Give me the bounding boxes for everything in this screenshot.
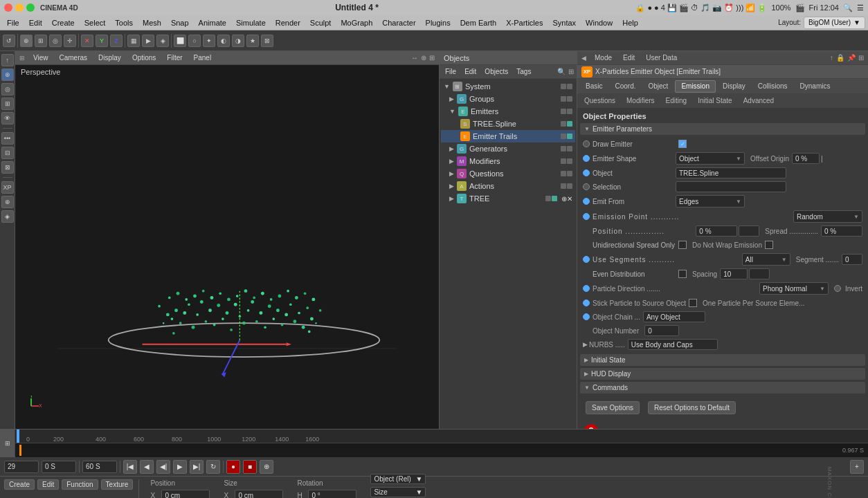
even-dist-check[interactable] [678,270,687,278]
minimize-button[interactable] [15,3,24,12]
tool-x[interactable]: ✕ [81,35,93,47]
hud-display-section[interactable]: ▶ HUD Display [580,368,865,380]
tool-render-view[interactable]: ▶ [142,35,154,47]
object-chain-value[interactable]: Any Object [643,311,705,322]
obj-tags[interactable]: Tags [514,67,534,76]
object-radio[interactable] [583,169,590,176]
segment-value[interactable]: 0 [842,254,862,265]
nurbs-value[interactable]: Use Body and Caps [628,339,718,350]
list-item[interactable]: ▼ ⊞ System [441,80,575,93]
emission-point-radio[interactable] [583,213,590,220]
draw-emitter-radio[interactable] [583,140,590,147]
vp-tab-view[interactable]: View [30,53,51,62]
emit-from-radio[interactable] [583,198,590,205]
lt-points[interactable]: ••• [1,132,14,145]
close-button[interactable] [4,3,12,12]
list-item[interactable]: ▶ T TREE ⊕✕ [441,192,575,205]
go-end-button[interactable]: ▶| [190,460,204,474]
obj-objects[interactable]: Objects [482,67,511,76]
tab-texture[interactable]: Texture [101,479,134,490]
add-keyframe-button[interactable]: + [850,460,864,474]
record-button[interactable]: ● [226,460,240,474]
current-frame[interactable]: 29 [4,461,39,473]
tool-light[interactable]: ★ [246,35,259,47]
invert-radio[interactable] [834,285,841,292]
end-frame[interactable]: 60 S [82,461,117,473]
menu-window[interactable]: Window [581,17,617,28]
lt-move[interactable]: ⊕ [1,68,14,81]
obj-search-icon[interactable]: 🔍 [557,68,566,75]
layout-dropdown[interactable]: BigOM (User) ▼ [804,17,865,29]
mode-icon1[interactable]: ↑ [830,54,833,62]
x-size-value[interactable]: 0 cm [235,490,283,498]
obj-edit[interactable]: Edit [462,67,479,76]
list-item[interactable]: ▶ M Modifiers [441,155,575,167]
tab-edit[interactable]: Edit [37,479,59,490]
tab-function[interactable]: Function [62,479,98,490]
help-icon[interactable]: ? [584,424,598,429]
lt-rotate[interactable]: ◎ [1,83,14,95]
no-wrap-check[interactable] [765,241,773,249]
tool-plus[interactable]: ✛ [64,35,76,47]
tool-undo[interactable]: ↺ [3,35,15,47]
subtab-questions[interactable]: Questions [580,96,620,105]
mode-icon2[interactable]: 🔒 [836,54,844,62]
vp-tab-panel[interactable]: Panel [191,53,215,62]
nurbs-arrow[interactable]: ▶ [583,341,588,348]
prev-frame-button[interactable]: ◀ [140,460,154,474]
tab-dynamics[interactable]: Dynamics [795,80,836,93]
menu-select[interactable]: Select [80,17,110,28]
mode-btn-mode[interactable]: Mode [592,53,615,62]
menu-snap[interactable]: Snap [167,17,193,28]
maximize-button[interactable] [26,3,35,12]
emit-from-dropdown[interactable]: Edges ▼ [676,195,745,208]
object-num-value[interactable]: 0 [644,325,679,336]
menu-sculpt[interactable]: Sculpt [306,17,336,28]
menu-plugins[interactable]: Plugins [422,17,455,28]
tab-object[interactable]: Object [642,80,673,93]
start-frame[interactable]: 0 S [42,461,76,473]
emitter-shape-dropdown[interactable]: Object ▼ [676,152,745,165]
vp-tab-filter[interactable]: Filter [164,53,185,62]
position-value[interactable]: 0 % [696,225,737,237]
lt-xp3[interactable]: ◈ [1,210,14,223]
use-segments-dropdown[interactable]: All ▼ [742,253,790,266]
subtab-editing[interactable]: Editing [662,96,691,105]
spacing-value[interactable]: 10 [720,268,748,279]
draw-emitter-check[interactable]: ✓ [678,140,687,148]
menu-animate[interactable]: Animate [195,17,230,28]
tab-emission[interactable]: Emission [675,80,716,93]
tool-move[interactable]: ⊕ [20,35,33,47]
spacing-slider[interactable] [749,268,770,279]
vp-icon-1[interactable]: ↔ [411,54,418,62]
tab-display[interactable]: Display [717,80,751,93]
menu-help[interactable]: Help [618,17,642,28]
lt-scale[interactable]: ⊞ [1,98,14,110]
menu-character[interactable]: Character [378,17,419,28]
menu-render[interactable]: Render [271,17,305,28]
mode-btn-userdata[interactable]: User Data [643,53,680,62]
commands-section[interactable]: ▼ Commands [580,382,865,394]
selection-value[interactable] [676,181,786,192]
tool-rotate[interactable]: ◎ [49,35,62,47]
play-button[interactable]: ▶ [173,460,187,474]
menu-edit[interactable]: Edit [25,17,46,28]
menu-create[interactable]: Create [48,17,79,28]
offset-origin-value[interactable]: 0 % [792,153,820,164]
list-item[interactable]: ▶ G Groups [441,93,575,105]
particle-dir-radio[interactable] [583,285,590,292]
stick-check[interactable] [689,299,697,307]
tool-sphere[interactable]: ○ [188,35,201,47]
tool-cube[interactable]: ⬜ [174,35,186,47]
lt-view[interactable]: 👁 [1,112,14,124]
reset-options-button[interactable]: Reset Options to Default [648,401,736,414]
tool-scale[interactable]: ⊞ [35,35,47,47]
initial-state-section[interactable]: ▶ Initial State [580,354,865,366]
prev-play-button[interactable]: ◀| [156,460,170,474]
lt-edges[interactable]: ⊟ [1,147,14,159]
subtab-advanced[interactable]: Advanced [739,96,778,105]
auto-record-button[interactable]: ⊕ [260,460,273,474]
tool-z[interactable]: Z [110,35,123,47]
search-icon[interactable]: 🔍 [843,3,853,12]
tool-camera[interactable]: ◑ [232,35,244,47]
